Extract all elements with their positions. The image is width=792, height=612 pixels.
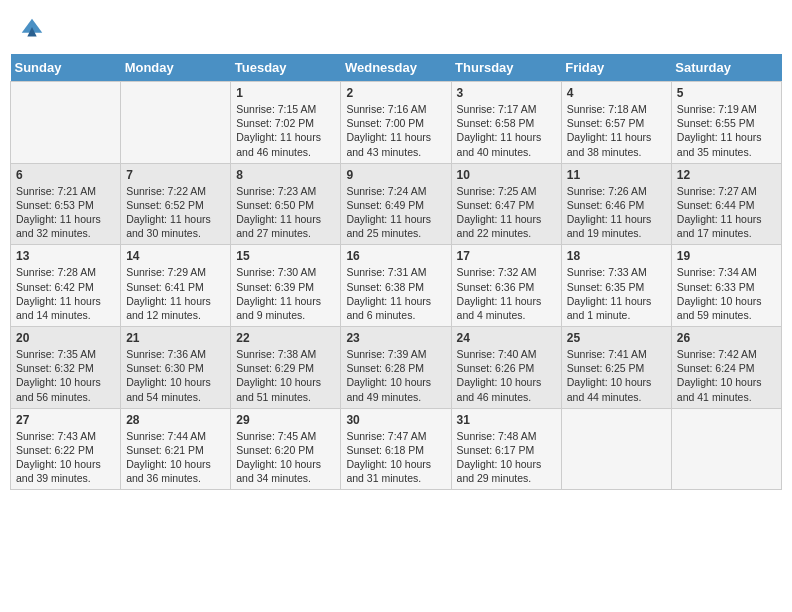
calendar-cell: 28Sunrise: 7:44 AM Sunset: 6:21 PM Dayli… <box>121 408 231 490</box>
weekday-header: Sunday <box>11 54 121 82</box>
cell-text: Sunrise: 7:45 AM Sunset: 6:20 PM Dayligh… <box>236 429 335 486</box>
cell-text: Sunrise: 7:39 AM Sunset: 6:28 PM Dayligh… <box>346 347 445 404</box>
day-number: 27 <box>16 413 115 427</box>
cell-text: Sunrise: 7:32 AM Sunset: 6:36 PM Dayligh… <box>457 265 556 322</box>
day-number: 8 <box>236 168 335 182</box>
calendar-cell: 18Sunrise: 7:33 AM Sunset: 6:35 PM Dayli… <box>561 245 671 327</box>
calendar-cell: 6Sunrise: 7:21 AM Sunset: 6:53 PM Daylig… <box>11 163 121 245</box>
weekday-header: Thursday <box>451 54 561 82</box>
cell-text: Sunrise: 7:26 AM Sunset: 6:46 PM Dayligh… <box>567 184 666 241</box>
day-number: 17 <box>457 249 556 263</box>
calendar-cell: 29Sunrise: 7:45 AM Sunset: 6:20 PM Dayli… <box>231 408 341 490</box>
calendar-cell: 25Sunrise: 7:41 AM Sunset: 6:25 PM Dayli… <box>561 327 671 409</box>
calendar-cell: 21Sunrise: 7:36 AM Sunset: 6:30 PM Dayli… <box>121 327 231 409</box>
day-number: 24 <box>457 331 556 345</box>
cell-text: Sunrise: 7:16 AM Sunset: 7:00 PM Dayligh… <box>346 102 445 159</box>
calendar-cell: 22Sunrise: 7:38 AM Sunset: 6:29 PM Dayli… <box>231 327 341 409</box>
cell-text: Sunrise: 7:25 AM Sunset: 6:47 PM Dayligh… <box>457 184 556 241</box>
calendar-week-row: 6Sunrise: 7:21 AM Sunset: 6:53 PM Daylig… <box>11 163 782 245</box>
calendar-cell: 3Sunrise: 7:17 AM Sunset: 6:58 PM Daylig… <box>451 82 561 164</box>
day-number: 23 <box>346 331 445 345</box>
calendar-cell: 20Sunrise: 7:35 AM Sunset: 6:32 PM Dayli… <box>11 327 121 409</box>
weekday-header: Wednesday <box>341 54 451 82</box>
cell-text: Sunrise: 7:43 AM Sunset: 6:22 PM Dayligh… <box>16 429 115 486</box>
weekday-header: Tuesday <box>231 54 341 82</box>
calendar-cell: 16Sunrise: 7:31 AM Sunset: 6:38 PM Dayli… <box>341 245 451 327</box>
calendar-cell: 15Sunrise: 7:30 AM Sunset: 6:39 PM Dayli… <box>231 245 341 327</box>
calendar-cell: 2Sunrise: 7:16 AM Sunset: 7:00 PM Daylig… <box>341 82 451 164</box>
cell-text: Sunrise: 7:21 AM Sunset: 6:53 PM Dayligh… <box>16 184 115 241</box>
logo <box>16 14 46 42</box>
day-number: 7 <box>126 168 225 182</box>
calendar-cell: 8Sunrise: 7:23 AM Sunset: 6:50 PM Daylig… <box>231 163 341 245</box>
calendar-cell: 24Sunrise: 7:40 AM Sunset: 6:26 PM Dayli… <box>451 327 561 409</box>
day-number: 30 <box>346 413 445 427</box>
calendar-body: 1Sunrise: 7:15 AM Sunset: 7:02 PM Daylig… <box>11 82 782 490</box>
calendar-week-row: 13Sunrise: 7:28 AM Sunset: 6:42 PM Dayli… <box>11 245 782 327</box>
day-number: 14 <box>126 249 225 263</box>
cell-text: Sunrise: 7:34 AM Sunset: 6:33 PM Dayligh… <box>677 265 776 322</box>
day-number: 11 <box>567 168 666 182</box>
day-number: 1 <box>236 86 335 100</box>
day-number: 22 <box>236 331 335 345</box>
calendar-cell: 9Sunrise: 7:24 AM Sunset: 6:49 PM Daylig… <box>341 163 451 245</box>
day-number: 26 <box>677 331 776 345</box>
day-number: 25 <box>567 331 666 345</box>
cell-text: Sunrise: 7:41 AM Sunset: 6:25 PM Dayligh… <box>567 347 666 404</box>
calendar-cell: 19Sunrise: 7:34 AM Sunset: 6:33 PM Dayli… <box>671 245 781 327</box>
weekday-header: Saturday <box>671 54 781 82</box>
cell-text: Sunrise: 7:15 AM Sunset: 7:02 PM Dayligh… <box>236 102 335 159</box>
cell-text: Sunrise: 7:19 AM Sunset: 6:55 PM Dayligh… <box>677 102 776 159</box>
day-number: 5 <box>677 86 776 100</box>
day-number: 6 <box>16 168 115 182</box>
day-number: 21 <box>126 331 225 345</box>
day-number: 3 <box>457 86 556 100</box>
calendar-cell: 10Sunrise: 7:25 AM Sunset: 6:47 PM Dayli… <box>451 163 561 245</box>
calendar-week-row: 27Sunrise: 7:43 AM Sunset: 6:22 PM Dayli… <box>11 408 782 490</box>
cell-text: Sunrise: 7:28 AM Sunset: 6:42 PM Dayligh… <box>16 265 115 322</box>
calendar-cell: 7Sunrise: 7:22 AM Sunset: 6:52 PM Daylig… <box>121 163 231 245</box>
calendar-cell: 30Sunrise: 7:47 AM Sunset: 6:18 PM Dayli… <box>341 408 451 490</box>
cell-text: Sunrise: 7:18 AM Sunset: 6:57 PM Dayligh… <box>567 102 666 159</box>
cell-text: Sunrise: 7:44 AM Sunset: 6:21 PM Dayligh… <box>126 429 225 486</box>
calendar-week-row: 20Sunrise: 7:35 AM Sunset: 6:32 PM Dayli… <box>11 327 782 409</box>
day-number: 16 <box>346 249 445 263</box>
cell-text: Sunrise: 7:47 AM Sunset: 6:18 PM Dayligh… <box>346 429 445 486</box>
calendar-cell <box>121 82 231 164</box>
cell-text: Sunrise: 7:31 AM Sunset: 6:38 PM Dayligh… <box>346 265 445 322</box>
cell-text: Sunrise: 7:22 AM Sunset: 6:52 PM Dayligh… <box>126 184 225 241</box>
calendar-cell: 14Sunrise: 7:29 AM Sunset: 6:41 PM Dayli… <box>121 245 231 327</box>
calendar-week-row: 1Sunrise: 7:15 AM Sunset: 7:02 PM Daylig… <box>11 82 782 164</box>
cell-text: Sunrise: 7:23 AM Sunset: 6:50 PM Dayligh… <box>236 184 335 241</box>
calendar-cell: 26Sunrise: 7:42 AM Sunset: 6:24 PM Dayli… <box>671 327 781 409</box>
weekday-header: Monday <box>121 54 231 82</box>
day-number: 15 <box>236 249 335 263</box>
calendar-header-row: SundayMondayTuesdayWednesdayThursdayFrid… <box>11 54 782 82</box>
cell-text: Sunrise: 7:33 AM Sunset: 6:35 PM Dayligh… <box>567 265 666 322</box>
calendar-cell: 23Sunrise: 7:39 AM Sunset: 6:28 PM Dayli… <box>341 327 451 409</box>
day-number: 29 <box>236 413 335 427</box>
calendar-cell: 17Sunrise: 7:32 AM Sunset: 6:36 PM Dayli… <box>451 245 561 327</box>
cell-text: Sunrise: 7:40 AM Sunset: 6:26 PM Dayligh… <box>457 347 556 404</box>
calendar-cell: 1Sunrise: 7:15 AM Sunset: 7:02 PM Daylig… <box>231 82 341 164</box>
calendar-cell <box>561 408 671 490</box>
day-number: 4 <box>567 86 666 100</box>
calendar-cell <box>671 408 781 490</box>
calendar-cell: 31Sunrise: 7:48 AM Sunset: 6:17 PM Dayli… <box>451 408 561 490</box>
day-number: 18 <box>567 249 666 263</box>
day-number: 31 <box>457 413 556 427</box>
cell-text: Sunrise: 7:24 AM Sunset: 6:49 PM Dayligh… <box>346 184 445 241</box>
cell-text: Sunrise: 7:29 AM Sunset: 6:41 PM Dayligh… <box>126 265 225 322</box>
cell-text: Sunrise: 7:27 AM Sunset: 6:44 PM Dayligh… <box>677 184 776 241</box>
logo-icon <box>18 14 46 42</box>
cell-text: Sunrise: 7:42 AM Sunset: 6:24 PM Dayligh… <box>677 347 776 404</box>
weekday-header: Friday <box>561 54 671 82</box>
day-number: 2 <box>346 86 445 100</box>
day-number: 10 <box>457 168 556 182</box>
calendar-cell: 27Sunrise: 7:43 AM Sunset: 6:22 PM Dayli… <box>11 408 121 490</box>
day-number: 9 <box>346 168 445 182</box>
calendar-cell: 4Sunrise: 7:18 AM Sunset: 6:57 PM Daylig… <box>561 82 671 164</box>
calendar-cell: 12Sunrise: 7:27 AM Sunset: 6:44 PM Dayli… <box>671 163 781 245</box>
cell-text: Sunrise: 7:35 AM Sunset: 6:32 PM Dayligh… <box>16 347 115 404</box>
day-number: 20 <box>16 331 115 345</box>
